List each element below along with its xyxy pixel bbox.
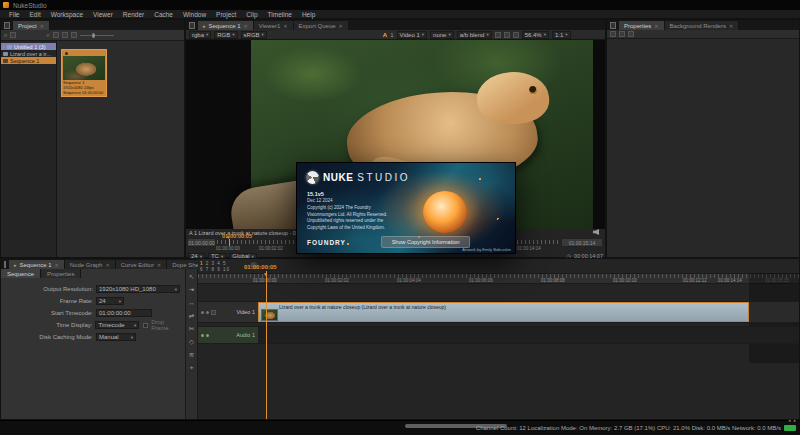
menu-help[interactable]: Help bbox=[297, 11, 320, 18]
audio-track-lane[interactable] bbox=[258, 326, 799, 344]
close-icon[interactable]: ✕ bbox=[244, 23, 248, 29]
razor-tool-icon[interactable]: ✄ bbox=[189, 325, 194, 332]
tab-sequence1[interactable]: ▸ Sequence 1 ✕ bbox=[198, 21, 254, 30]
timeline-clip[interactable]: Lizard over a trunk at nature closeup (L… bbox=[258, 302, 749, 322]
zoom-select[interactable]: 56.4%▾ bbox=[522, 31, 549, 39]
close-icon[interactable]: ✕ bbox=[729, 23, 733, 29]
node-count-icon[interactable] bbox=[610, 31, 616, 37]
menu-cache[interactable]: Cache bbox=[149, 11, 178, 18]
output-resolution-select[interactable]: 1920x1080 HD_1080▾ bbox=[96, 285, 180, 293]
panel-menu-icon[interactable] bbox=[189, 22, 195, 29]
menu-clip[interactable]: Clip bbox=[241, 11, 262, 18]
subtab-properties[interactable]: Properties bbox=[41, 269, 81, 278]
panel-menu-icon[interactable] bbox=[4, 22, 10, 29]
select-tool-icon[interactable]: ↖ bbox=[189, 273, 194, 280]
zoom-tool-icon[interactable]: ⌖ bbox=[190, 364, 194, 371]
playhead-line[interactable] bbox=[266, 271, 267, 419]
tab-sequence-editor[interactable]: ▸ Sequence 1 ✕ bbox=[9, 260, 65, 269]
subtab-sequence[interactable]: Sequence bbox=[1, 269, 41, 278]
frame-rate-select[interactable]: 24▾ bbox=[96, 297, 124, 305]
viewer-playhead-line[interactable] bbox=[229, 239, 230, 246]
grid-view-icon[interactable] bbox=[53, 32, 59, 38]
track-solo-icon[interactable] bbox=[211, 310, 216, 315]
tree-item-project[interactable]: ▾ Untitled 1 (3) bbox=[1, 43, 56, 50]
panel-menu-icon[interactable] bbox=[4, 261, 6, 268]
viewer-out-timecode[interactable]: 01:00:15:14 bbox=[561, 238, 603, 247]
colorspace-select[interactable]: sRGB▾ bbox=[241, 31, 267, 39]
close-icon[interactable]: ✕ bbox=[654, 23, 658, 29]
video-track-header[interactable]: Video 1 bbox=[198, 301, 258, 323]
tab-project[interactable]: Project ✕ bbox=[13, 21, 50, 30]
track-visibility-icon[interactable] bbox=[206, 311, 209, 314]
close-icon[interactable]: ✕ bbox=[105, 262, 109, 268]
tab-node-graph[interactable]: Node Graph ✕ bbox=[65, 260, 116, 269]
gain-icon[interactable] bbox=[495, 32, 501, 38]
track-lock-icon[interactable] bbox=[201, 334, 204, 337]
time-display-select[interactable]: Timecode▾ bbox=[95, 321, 139, 329]
disk-caching-select[interactable]: Manual▾ bbox=[96, 333, 136, 341]
menu-window[interactable]: Window bbox=[178, 11, 211, 18]
a-buffer-label[interactable]: A bbox=[383, 32, 387, 38]
close-icon[interactable]: ✕ bbox=[55, 262, 59, 268]
display-select[interactable]: RGB▾ bbox=[214, 31, 237, 39]
slip-tool-icon[interactable]: ↔ bbox=[188, 299, 195, 306]
retime-tool-icon[interactable]: ≋ bbox=[189, 351, 194, 358]
timeline-ruler[interactable]: 01:00:00:00 01:00:02:02 01:00:04:04 01:0… bbox=[198, 273, 799, 284]
pin-icon[interactable] bbox=[619, 31, 625, 37]
timeline-view-buttons[interactable]: 1 2 3 4 5 6 7 8 9 10 bbox=[200, 261, 230, 272]
tree-item-sequence[interactable]: Sequence 1 bbox=[1, 57, 56, 64]
list-view-icon[interactable] bbox=[62, 32, 68, 38]
show-copyright-button[interactable]: Show Copyright Information bbox=[381, 236, 471, 248]
filter-button[interactable] bbox=[10, 32, 16, 38]
close-icon[interactable]: ✕ bbox=[40, 23, 44, 29]
tab-background-renders[interactable]: Background Renders ✕ bbox=[665, 21, 740, 30]
wipe-select[interactable]: none▾ bbox=[430, 31, 454, 39]
tab-properties[interactable]: Properties ✕ bbox=[619, 21, 665, 30]
proxy-select[interactable]: 1:1▾ bbox=[552, 31, 571, 39]
view-buttons-row1[interactable]: 2 3 4 5 bbox=[206, 261, 227, 266]
menu-edit[interactable]: Edit bbox=[24, 11, 45, 18]
menu-viewer[interactable]: Viewer bbox=[88, 11, 118, 18]
thumbnail-size-slider[interactable] bbox=[80, 35, 114, 36]
slider-knob[interactable] bbox=[92, 33, 95, 38]
pager-arrows-icon[interactable]: ◂ ▸ bbox=[788, 418, 797, 423]
menu-render[interactable]: Render bbox=[118, 11, 149, 18]
track-lock-icon[interactable] bbox=[201, 311, 204, 314]
join-tool-icon[interactable]: ◇ bbox=[189, 338, 194, 345]
viewer-in-timecode[interactable]: 01:00:00:00 bbox=[187, 238, 216, 247]
a-track-select[interactable]: Video 1▾ bbox=[397, 31, 428, 39]
tab-export-queue[interactable]: Export Queue ✕ bbox=[294, 21, 349, 30]
view-button-active[interactable]: 1 bbox=[200, 261, 204, 266]
channels-select[interactable]: rgba▾ bbox=[189, 31, 211, 39]
start-timecode-input[interactable]: 01:00:00:00 bbox=[96, 309, 152, 317]
lizard-head-shape bbox=[475, 70, 550, 127]
expand-icon[interactable]: ▾ bbox=[3, 44, 5, 49]
bin-search-icon[interactable]: ⌕ bbox=[46, 32, 49, 39]
edit-icon[interactable] bbox=[628, 31, 634, 37]
close-icon[interactable]: ✕ bbox=[283, 23, 287, 29]
blend-select[interactable]: a/b blend▾ bbox=[457, 31, 492, 39]
trim-tool-icon[interactable]: ⇥ bbox=[189, 286, 194, 293]
view-buttons-row2[interactable]: 6 7 8 9 10 bbox=[200, 267, 230, 272]
menu-file[interactable]: File bbox=[4, 11, 24, 18]
slide-tool-icon[interactable]: ⇄ bbox=[189, 312, 194, 319]
tab-curve-editor[interactable]: Curve Editor ✕ bbox=[116, 260, 168, 269]
menu-project[interactable]: Project bbox=[211, 11, 241, 18]
menu-timeline[interactable]: Timeline bbox=[263, 11, 297, 18]
playhead-marker-icon[interactable]: ▼ bbox=[263, 272, 268, 277]
tab-viewer1[interactable]: Viewer1 ✕ bbox=[254, 21, 294, 30]
close-icon[interactable]: ✕ bbox=[157, 262, 161, 268]
track-mute-icon[interactable] bbox=[206, 334, 209, 337]
sequence-bin-card[interactable]: Sequence 1 1920x1080 24fps Sequence 01:0… bbox=[61, 49, 107, 97]
audio-track-header[interactable]: Audio 1 bbox=[198, 326, 258, 344]
tree-item-clip[interactable]: Lizard over a tr... bbox=[1, 50, 56, 57]
properties-toolbar bbox=[607, 30, 799, 39]
gamma-icon[interactable] bbox=[504, 32, 510, 38]
close-icon[interactable]: ✕ bbox=[339, 23, 343, 29]
search-icon[interactable]: ⌕ bbox=[4, 32, 7, 39]
menu-workspace[interactable]: Workspace bbox=[46, 11, 88, 18]
panel-menu-icon[interactable] bbox=[610, 22, 616, 29]
pause-icon[interactable] bbox=[513, 32, 519, 38]
detail-view-icon[interactable] bbox=[71, 32, 77, 38]
drop-frame-checkbox[interactable] bbox=[143, 323, 148, 328]
